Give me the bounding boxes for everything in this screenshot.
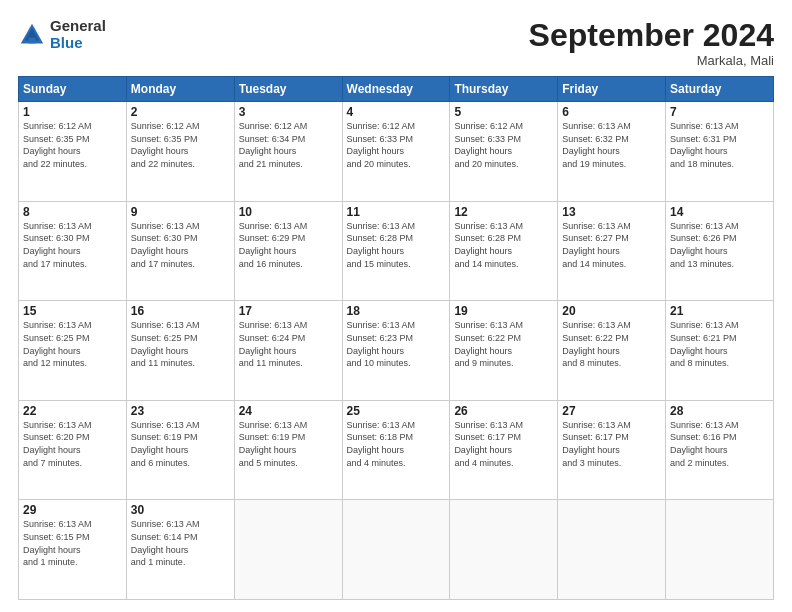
week-row-1: 8 Sunrise: 6:13 AM Sunset: 6:30 PM Dayli…	[19, 201, 774, 301]
day-number: 24	[239, 404, 338, 418]
day-info: Sunrise: 6:12 AM Sunset: 6:33 PM Dayligh…	[454, 120, 553, 170]
day-info: Sunrise: 6:13 AM Sunset: 6:28 PM Dayligh…	[454, 220, 553, 270]
day-cell	[666, 500, 774, 600]
day-number: 14	[670, 205, 769, 219]
col-saturday: Saturday	[666, 77, 774, 102]
day-cell: 6 Sunrise: 6:13 AM Sunset: 6:32 PM Dayli…	[558, 102, 666, 202]
day-info: Sunrise: 6:13 AM Sunset: 6:25 PM Dayligh…	[23, 319, 122, 369]
day-number: 3	[239, 105, 338, 119]
day-cell: 19 Sunrise: 6:13 AM Sunset: 6:22 PM Dayl…	[450, 301, 558, 401]
logo: General Blue	[18, 18, 106, 51]
day-cell: 1 Sunrise: 6:12 AM Sunset: 6:35 PM Dayli…	[19, 102, 127, 202]
day-number: 9	[131, 205, 230, 219]
day-info: Sunrise: 6:13 AM Sunset: 6:28 PM Dayligh…	[347, 220, 446, 270]
day-number: 26	[454, 404, 553, 418]
day-info: Sunrise: 6:13 AM Sunset: 6:14 PM Dayligh…	[131, 518, 230, 568]
calendar-table: Sunday Monday Tuesday Wednesday Thursday…	[18, 76, 774, 600]
day-number: 5	[454, 105, 553, 119]
day-cell: 15 Sunrise: 6:13 AM Sunset: 6:25 PM Dayl…	[19, 301, 127, 401]
day-cell: 11 Sunrise: 6:13 AM Sunset: 6:28 PM Dayl…	[342, 201, 450, 301]
day-info: Sunrise: 6:13 AM Sunset: 6:19 PM Dayligh…	[131, 419, 230, 469]
col-monday: Monday	[126, 77, 234, 102]
day-number: 20	[562, 304, 661, 318]
day-number: 30	[131, 503, 230, 517]
day-number: 18	[347, 304, 446, 318]
day-number: 19	[454, 304, 553, 318]
svg-rect-2	[29, 37, 36, 43]
logo-icon	[18, 21, 46, 49]
week-row-4: 29 Sunrise: 6:13 AM Sunset: 6:15 PM Dayl…	[19, 500, 774, 600]
day-cell: 23 Sunrise: 6:13 AM Sunset: 6:19 PM Dayl…	[126, 400, 234, 500]
day-number: 6	[562, 105, 661, 119]
day-cell: 14 Sunrise: 6:13 AM Sunset: 6:26 PM Dayl…	[666, 201, 774, 301]
day-number: 12	[454, 205, 553, 219]
day-cell: 28 Sunrise: 6:13 AM Sunset: 6:16 PM Dayl…	[666, 400, 774, 500]
week-row-3: 22 Sunrise: 6:13 AM Sunset: 6:20 PM Dayl…	[19, 400, 774, 500]
calendar-body: 1 Sunrise: 6:12 AM Sunset: 6:35 PM Dayli…	[19, 102, 774, 600]
day-cell: 7 Sunrise: 6:13 AM Sunset: 6:31 PM Dayli…	[666, 102, 774, 202]
day-info: Sunrise: 6:13 AM Sunset: 6:31 PM Dayligh…	[670, 120, 769, 170]
day-number: 25	[347, 404, 446, 418]
day-info: Sunrise: 6:13 AM Sunset: 6:29 PM Dayligh…	[239, 220, 338, 270]
month-title: September 2024	[529, 18, 774, 53]
day-cell	[342, 500, 450, 600]
day-info: Sunrise: 6:13 AM Sunset: 6:24 PM Dayligh…	[239, 319, 338, 369]
day-cell: 16 Sunrise: 6:13 AM Sunset: 6:25 PM Dayl…	[126, 301, 234, 401]
day-number: 23	[131, 404, 230, 418]
day-info: Sunrise: 6:13 AM Sunset: 6:30 PM Dayligh…	[23, 220, 122, 270]
day-info: Sunrise: 6:13 AM Sunset: 6:16 PM Dayligh…	[670, 419, 769, 469]
day-cell: 24 Sunrise: 6:13 AM Sunset: 6:19 PM Dayl…	[234, 400, 342, 500]
day-cell: 29 Sunrise: 6:13 AM Sunset: 6:15 PM Dayl…	[19, 500, 127, 600]
day-cell: 9 Sunrise: 6:13 AM Sunset: 6:30 PM Dayli…	[126, 201, 234, 301]
day-number: 8	[23, 205, 122, 219]
day-number: 16	[131, 304, 230, 318]
day-number: 11	[347, 205, 446, 219]
day-cell: 13 Sunrise: 6:13 AM Sunset: 6:27 PM Dayl…	[558, 201, 666, 301]
day-number: 1	[23, 105, 122, 119]
day-cell: 8 Sunrise: 6:13 AM Sunset: 6:30 PM Dayli…	[19, 201, 127, 301]
day-number: 2	[131, 105, 230, 119]
day-cell: 2 Sunrise: 6:12 AM Sunset: 6:35 PM Dayli…	[126, 102, 234, 202]
day-info: Sunrise: 6:13 AM Sunset: 6:17 PM Dayligh…	[562, 419, 661, 469]
day-number: 10	[239, 205, 338, 219]
day-cell: 18 Sunrise: 6:13 AM Sunset: 6:23 PM Dayl…	[342, 301, 450, 401]
week-row-2: 15 Sunrise: 6:13 AM Sunset: 6:25 PM Dayl…	[19, 301, 774, 401]
day-cell: 22 Sunrise: 6:13 AM Sunset: 6:20 PM Dayl…	[19, 400, 127, 500]
day-cell: 3 Sunrise: 6:12 AM Sunset: 6:34 PM Dayli…	[234, 102, 342, 202]
day-number: 21	[670, 304, 769, 318]
week-row-0: 1 Sunrise: 6:12 AM Sunset: 6:35 PM Dayli…	[19, 102, 774, 202]
day-info: Sunrise: 6:13 AM Sunset: 6:26 PM Dayligh…	[670, 220, 769, 270]
header-row: Sunday Monday Tuesday Wednesday Thursday…	[19, 77, 774, 102]
day-cell: 12 Sunrise: 6:13 AM Sunset: 6:28 PM Dayl…	[450, 201, 558, 301]
day-info: Sunrise: 6:13 AM Sunset: 6:30 PM Dayligh…	[131, 220, 230, 270]
day-number: 4	[347, 105, 446, 119]
logo-text: General Blue	[50, 18, 106, 51]
day-cell: 21 Sunrise: 6:13 AM Sunset: 6:21 PM Dayl…	[666, 301, 774, 401]
col-wednesday: Wednesday	[342, 77, 450, 102]
day-cell: 26 Sunrise: 6:13 AM Sunset: 6:17 PM Dayl…	[450, 400, 558, 500]
day-number: 29	[23, 503, 122, 517]
day-cell	[558, 500, 666, 600]
day-cell: 27 Sunrise: 6:13 AM Sunset: 6:17 PM Dayl…	[558, 400, 666, 500]
col-sunday: Sunday	[19, 77, 127, 102]
day-info: Sunrise: 6:13 AM Sunset: 6:23 PM Dayligh…	[347, 319, 446, 369]
day-cell: 20 Sunrise: 6:13 AM Sunset: 6:22 PM Dayl…	[558, 301, 666, 401]
title-block: September 2024 Markala, Mali	[529, 18, 774, 68]
col-thursday: Thursday	[450, 77, 558, 102]
day-info: Sunrise: 6:13 AM Sunset: 6:15 PM Dayligh…	[23, 518, 122, 568]
day-info: Sunrise: 6:12 AM Sunset: 6:35 PM Dayligh…	[131, 120, 230, 170]
day-number: 15	[23, 304, 122, 318]
day-info: Sunrise: 6:13 AM Sunset: 6:21 PM Dayligh…	[670, 319, 769, 369]
day-number: 13	[562, 205, 661, 219]
day-number: 22	[23, 404, 122, 418]
day-cell: 5 Sunrise: 6:12 AM Sunset: 6:33 PM Dayli…	[450, 102, 558, 202]
location-subtitle: Markala, Mali	[529, 53, 774, 68]
col-friday: Friday	[558, 77, 666, 102]
logo-blue-label: Blue	[50, 35, 106, 52]
day-info: Sunrise: 6:12 AM Sunset: 6:33 PM Dayligh…	[347, 120, 446, 170]
day-info: Sunrise: 6:13 AM Sunset: 6:22 PM Dayligh…	[562, 319, 661, 369]
day-cell: 25 Sunrise: 6:13 AM Sunset: 6:18 PM Dayl…	[342, 400, 450, 500]
day-info: Sunrise: 6:13 AM Sunset: 6:19 PM Dayligh…	[239, 419, 338, 469]
day-cell: 4 Sunrise: 6:12 AM Sunset: 6:33 PM Dayli…	[342, 102, 450, 202]
day-info: Sunrise: 6:13 AM Sunset: 6:17 PM Dayligh…	[454, 419, 553, 469]
